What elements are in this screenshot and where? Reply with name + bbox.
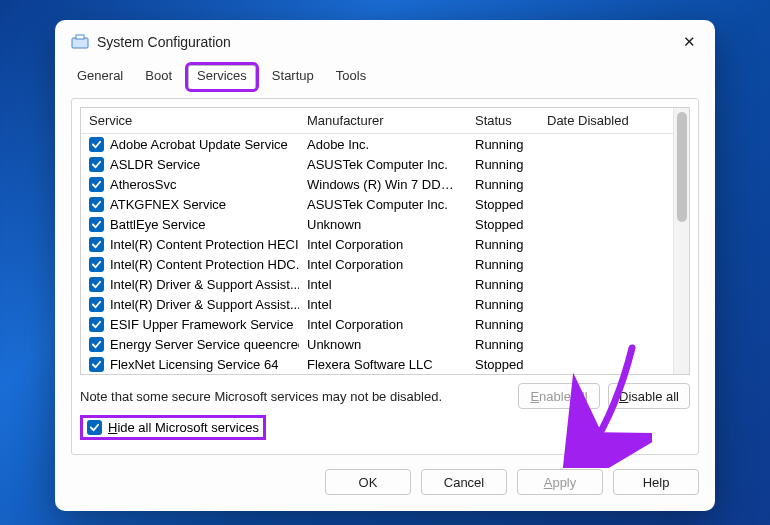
col-date-disabled[interactable]: Date Disabled [539,108,673,134]
service-status: Running [467,274,539,294]
service-status: Running [467,234,539,254]
checkbox-icon[interactable] [89,157,104,172]
checkbox-icon[interactable] [89,257,104,272]
service-date-disabled [539,194,673,214]
tab-general[interactable]: General [71,64,129,88]
service-name: Energy Server Service queencreek [110,337,299,352]
service-status: Stopped [467,214,539,234]
table-row[interactable]: AtherosSvcWindows (R) Win 7 DDK p...Runn… [81,174,673,194]
service-date-disabled [539,294,673,314]
tab-boot[interactable]: Boot [139,64,178,88]
cancel-button[interactable]: Cancel [421,469,507,495]
table-row[interactable]: ESIF Upper Framework ServiceIntel Corpor… [81,314,673,334]
service-status: Stopped [467,194,539,214]
scrollbar-thumb[interactable] [677,112,687,222]
service-manufacturer: Intel [299,294,467,314]
table-row[interactable]: Intel(R) Driver & Support Assist...Intel… [81,274,673,294]
col-status[interactable]: Status [467,108,539,134]
table-row[interactable]: ASLDR ServiceASUSTek Computer Inc.Runnin… [81,154,673,174]
service-name: Adobe Acrobat Update Service [110,137,288,152]
service-manufacturer: Windows (R) Win 7 DDK p... [299,174,467,194]
service-manufacturer: Intel [299,274,467,294]
service-name: FlexNet Licensing Service 64 [110,357,278,372]
service-status: Running [467,174,539,194]
hide-ms-services-label: Hide all Microsoft services [108,420,259,435]
titlebar: System Configuration ✕ [55,20,715,64]
dialog-footer: OK Cancel Apply Help [55,469,715,511]
apply-button[interactable]: Apply [517,469,603,495]
col-service[interactable]: Service [81,108,299,134]
checkbox-icon[interactable] [89,337,104,352]
table-row[interactable]: Intel(R) Content Protection HDC...Intel … [81,254,673,274]
table-row[interactable]: Intel(R) Driver & Support Assist...Intel… [81,294,673,314]
table-row[interactable]: FlexNet Licensing Service 64Flexera Soft… [81,354,673,374]
service-status: Running [467,154,539,174]
service-name: ATKGFNEX Service [110,197,226,212]
service-manufacturer: Adobe Inc. [299,134,467,155]
service-date-disabled [539,254,673,274]
service-name: Intel(R) Driver & Support Assist... [110,297,299,312]
service-status: Running [467,254,539,274]
table-row[interactable]: ATKGFNEX ServiceASUSTek Computer Inc.Sto… [81,194,673,214]
services-list-area: Service Manufacturer Status Date Disable… [80,107,690,375]
service-name: AtherosSvc [110,177,176,192]
service-status: Stopped [467,354,539,374]
service-date-disabled [539,354,673,374]
hide-ms-services-checkbox[interactable]: Hide all Microsoft services [80,415,266,440]
service-date-disabled [539,314,673,334]
checkbox-icon[interactable] [89,237,104,252]
services-tabpanel: Service Manufacturer Status Date Disable… [71,98,699,455]
app-icon [71,33,89,51]
checkbox-icon[interactable] [89,297,104,312]
tab-startup[interactable]: Startup [266,64,320,88]
enable-all-button[interactable]: Enable all [518,383,600,409]
service-date-disabled [539,214,673,234]
service-status: Running [467,334,539,354]
service-name: ASLDR Service [110,157,200,172]
scrollbar[interactable] [673,108,689,374]
checkbox-icon[interactable] [89,177,104,192]
service-status: Running [467,294,539,314]
service-name: Intel(R) Content Protection HECI... [110,237,299,252]
service-manufacturer: Intel Corporation [299,314,467,334]
table-row[interactable]: Energy Server Service queencreekUnknownR… [81,334,673,354]
service-date-disabled [539,154,673,174]
tab-tools[interactable]: Tools [330,64,372,88]
service-date-disabled [539,334,673,354]
services-table: Service Manufacturer Status Date Disable… [81,108,673,374]
service-manufacturer: ASUSTek Computer Inc. [299,154,467,174]
checkbox-icon[interactable] [89,357,104,372]
close-button[interactable]: ✕ [673,33,705,51]
system-configuration-window: System Configuration ✕ General Boot Serv… [55,20,715,511]
help-button[interactable]: Help [613,469,699,495]
service-status: Running [467,134,539,155]
ok-button[interactable]: OK [325,469,411,495]
table-row[interactable]: Intel(R) Content Protection HECI...Intel… [81,234,673,254]
checkbox-icon[interactable] [89,217,104,232]
checkbox-icon[interactable] [89,197,104,212]
service-name: Intel(R) Content Protection HDC... [110,257,299,272]
svg-rect-1 [76,35,84,39]
service-status: Running [467,314,539,334]
service-manufacturer: ASUSTek Computer Inc. [299,194,467,214]
window-title: System Configuration [97,34,231,50]
checkbox-icon[interactable] [89,137,104,152]
service-date-disabled [539,174,673,194]
disable-all-button[interactable]: Disable all [608,383,690,409]
checkbox-icon[interactable] [89,317,104,332]
table-row[interactable]: Adobe Acrobat Update ServiceAdobe Inc.Ru… [81,134,673,155]
service-manufacturer: Intel Corporation [299,234,467,254]
checkbox-icon[interactable] [89,277,104,292]
checkmark-icon [87,420,102,435]
service-date-disabled [539,234,673,254]
service-manufacturer: Unknown [299,334,467,354]
tab-services[interactable]: Services [188,65,256,89]
service-name: Intel(R) Driver & Support Assist... [110,277,299,292]
col-manufacturer[interactable]: Manufacturer [299,108,467,134]
service-manufacturer: Unknown [299,214,467,234]
tabstrip: General Boot Services Startup Tools [55,64,715,92]
service-manufacturer: Flexera Software LLC [299,354,467,374]
table-row[interactable]: BattlEye ServiceUnknownStopped [81,214,673,234]
service-manufacturer: Intel Corporation [299,254,467,274]
service-name: BattlEye Service [110,217,205,232]
